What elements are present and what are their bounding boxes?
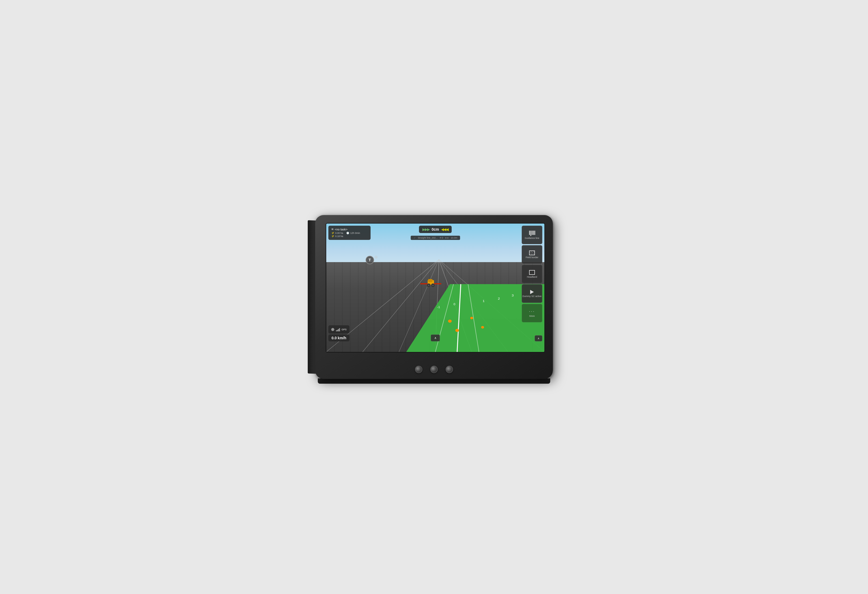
device: 2 3 1 0 -1 T ⊕ [315,215,553,379]
t-marker: T [366,256,374,264]
guidance-line-icon [529,231,535,236]
forward-arrows-icon: ▶▶▶ [422,227,430,232]
offset-value: 0cm [432,227,439,232]
port-3 [446,366,453,373]
center-navigation-bar[interactable]: ▶▶▶ 0cm ◀◀◀ [419,226,452,233]
field-border-icon [529,251,535,255]
distance-icon: ⟷ [445,236,449,239]
svg-point-26 [432,285,434,286]
svg-text:2: 2 [498,297,500,300]
headland-button[interactable]: Headland [522,265,542,283]
port-1 [415,366,422,373]
speed-widget: 0.0 km/h [328,334,350,341]
svg-point-25 [428,285,430,286]
field-border-label: Field border [526,256,538,259]
play-icon [530,290,534,294]
screen: 2 3 1 0 -1 T ⊕ [326,223,545,353]
back-arrows-icon: ◀◀◀ [441,227,448,232]
headland-icon [529,270,535,275]
collapse-right-button[interactable]: ∧ [534,335,542,341]
device-edge-bottom [318,378,550,384]
task-name: ≋ <no task> [331,228,368,231]
speed-value: 0.0 km/h [332,336,346,340]
wifi-icon: ≋ [331,228,334,231]
dummy-sc-button[interactable]: Dummy SC active [522,284,542,303]
clock-icon: 🕐 [346,232,349,234]
svg-rect-22 [428,279,433,282]
status-bar: ≋ <no task> 🌾 0.00 ha 🕐 12h 0min 🌾 0.18 … [328,226,371,240]
gps-widget: ⊕ GPS [328,325,350,334]
line-icon: ⟋ [413,236,416,239]
field-border-button[interactable]: Field border [522,245,542,264]
guidance-line-info: ⟋ Straight line_202... # 0 ⟷ 10.0m [411,236,460,240]
area1-row: 🌾 0.00 ha 🕐 12h 0min [331,232,368,234]
guidance-line-label: Guidance line [525,237,539,239]
dummy-sc-label: Dummy SC active [523,295,542,297]
main-view: 2 3 1 0 -1 T ⊕ [326,223,545,352]
area2-icon: 🌾 [331,235,334,238]
svg-point-12 [455,329,459,332]
svg-point-11 [448,320,452,323]
more-label: More [529,315,535,317]
bottom-left-widgets: ⊕ GPS 0.0 km/h [328,325,350,341]
more-button[interactable]: ··· More [522,304,542,322]
headland-label: Headland [527,276,537,278]
tractor-vehicle [420,278,441,291]
svg-point-14 [481,326,484,328]
svg-text:1: 1 [483,299,485,303]
area2-row: 🌾 0.18 ha [331,235,368,238]
port-2 [430,366,438,373]
device-edge-left [308,220,316,374]
svg-text:3: 3 [512,294,514,297]
svg-point-13 [470,317,473,319]
guidance-line-button[interactable]: Guidance line [522,226,542,244]
expand-button[interactable]: ∧ [431,334,440,341]
signal-bars [336,328,340,331]
gps-label: GPS [341,328,347,331]
area1-icon: 🌾 [331,232,334,234]
crosshair-icon: ⊕ [374,254,378,260]
svg-text:-1: -1 [437,306,440,309]
svg-text:0: 0 [453,303,455,306]
device-body: 2 3 1 0 -1 T ⊕ [315,215,553,379]
connector-ports [415,366,453,373]
compass-icon: ⊕ [331,327,334,332]
right-panel-buttons: Guidance line Field border Headland [522,226,542,322]
more-dots-icon: ··· [529,309,535,314]
